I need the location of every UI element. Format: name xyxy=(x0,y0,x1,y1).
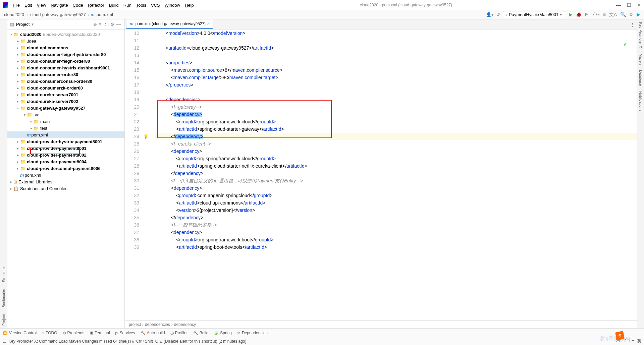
crumb[interactable]: dependency xyxy=(174,322,196,327)
crumb-file[interactable]: pom.xml xyxy=(95,12,114,17)
gutter: 10111213141516171819 2021222324252627282… xyxy=(125,30,143,320)
tool-key-promoter[interactable]: Key Promoter X xyxy=(639,22,643,48)
tree-item[interactable]: cloud-providerconsul-payment8006 xyxy=(27,166,101,171)
menu-file[interactable]: File xyxy=(11,1,22,9)
debug-icon[interactable]: 🐞 xyxy=(576,12,582,17)
tree-pom-selected[interactable]: mpom.xml xyxy=(7,131,124,138)
user-icon[interactable]: 👤▾ xyxy=(486,12,494,17)
sort-icon[interactable]: ≡ xyxy=(99,22,102,27)
menu-vcs[interactable]: VCS xyxy=(149,1,162,9)
menu-help[interactable]: Help xyxy=(183,1,196,9)
tree-item[interactable]: cloud-consumer-feign-order80 xyxy=(27,59,90,64)
menu-run[interactable]: Run xyxy=(121,1,133,9)
statusbar: ☐ Key Promoter X: Command Load Maven Cha… xyxy=(0,337,644,345)
menu-build[interactable]: Build xyxy=(107,1,121,9)
app-icon xyxy=(3,2,8,8)
tree-test[interactable]: test xyxy=(40,126,47,131)
menu-view[interactable]: View xyxy=(35,1,48,9)
crumb-root[interactable]: cloud2020 xyxy=(3,12,25,17)
translate-icon[interactable]: 文A xyxy=(609,12,617,17)
tree-item-gateway[interactable]: cloud-gateway-gateway9527 xyxy=(27,106,86,111)
gear-icon[interactable]: ⚙ xyxy=(110,22,114,27)
tool-project[interactable]: Project xyxy=(2,314,6,326)
editor-tabs[interactable]: m pom.xml (cloud-gateway-gateway9527) × … xyxy=(125,19,637,30)
chevron-down-icon[interactable]: ▾ xyxy=(32,22,34,27)
tree-item[interactable]: cloud-consumer-order80 xyxy=(27,72,78,77)
tool-database[interactable]: Database xyxy=(639,70,643,86)
code-lines[interactable]: <modelVersion>4.0.0</modelVersion> <arti… xyxy=(155,30,637,320)
tree-root-pom[interactable]: pom.xml xyxy=(25,173,41,178)
menu-window[interactable]: Window xyxy=(163,1,182,9)
settings-icon[interactable]: ⚙ xyxy=(629,12,633,17)
tool-deps[interactable]: ≋ Dependencies xyxy=(237,331,268,335)
tool-maven[interactable]: Maven xyxy=(639,54,643,65)
tree-item[interactable]: cloud-provider-hystrix-payment8001 xyxy=(27,139,102,144)
tree-external-libraries[interactable]: External Libraries xyxy=(18,179,52,184)
tree-scratches[interactable]: Scratches and Consoles xyxy=(20,186,67,191)
run-config-selector[interactable]: PaymentHystrixMain8001▾ xyxy=(503,11,565,18)
menu-code[interactable]: Code xyxy=(71,1,85,9)
menu-edit[interactable]: Edit xyxy=(22,1,34,9)
tab-pom[interactable]: m pom.xml (cloud-gateway-gateway9527) × xyxy=(126,19,213,29)
editor-breadcrumbs[interactable]: project› dependencies› dependency xyxy=(125,320,637,328)
status-sidebar-icon[interactable]: ☐ xyxy=(3,339,6,344)
menubar[interactable]: File Edit View Navigate Code Refactor Bu… xyxy=(11,1,196,9)
coverage-icon[interactable]: ⛨ xyxy=(585,12,589,17)
tree-item[interactable]: cloud-eureka-server7002 xyxy=(27,99,78,104)
tool-notifications[interactable]: Notifications xyxy=(639,91,643,111)
project-tree[interactable]: ▾📁cloud2020 E:\idea-workspace\cloud2020 … xyxy=(7,30,124,328)
tree-item[interactable]: cloud-provider-payment8004 xyxy=(27,159,87,164)
tab-label: pom.xml (cloud-gateway-gateway9527) xyxy=(136,21,206,26)
tree-item[interactable]: cloud-consumerzk-order80 xyxy=(27,85,83,91)
tab-menu-icon[interactable]: ⋮ xyxy=(628,20,637,29)
watermark: @清风微凉aaa xyxy=(599,336,631,342)
bottom-toolbar[interactable]: 🔀 Version Control ≡ TODO ⊘ Problems ▣ Te… xyxy=(0,328,644,337)
target-icon[interactable]: ⊕ xyxy=(93,22,97,27)
crumb[interactable]: dependencies xyxy=(145,322,170,327)
right-tool-strip[interactable]: Key Promoter X Maven Database Notificati… xyxy=(637,19,644,328)
tool-terminal[interactable]: ▣ Terminal xyxy=(90,331,110,335)
hide-icon[interactable]: — xyxy=(116,22,121,27)
minimize-icon[interactable]: — xyxy=(616,2,621,8)
tool-problems[interactable]: ⊘ Problems xyxy=(63,331,85,335)
tool-bookmarks[interactable]: Bookmarks xyxy=(2,289,6,307)
tree-item[interactable]: cloud-api-commons xyxy=(27,45,68,50)
tool-autobuild[interactable]: 🔨 Auto-build xyxy=(141,331,165,335)
arrow-icon[interactable]: ▶ xyxy=(637,12,640,17)
menu-refactor[interactable]: Refactor xyxy=(86,1,106,9)
tool-services[interactable]: ▷ Services xyxy=(115,331,135,335)
crumb[interactable]: project xyxy=(129,322,141,327)
tool-todo[interactable]: ≡ TODO xyxy=(42,331,57,335)
stop-icon[interactable]: ■ xyxy=(603,12,606,17)
tree-item[interactable]: cloud-eureka-server7001 xyxy=(27,92,78,97)
maven-icon: m xyxy=(130,21,133,26)
close-tab-icon[interactable]: × xyxy=(207,21,209,26)
tree-main[interactable]: main xyxy=(40,119,50,124)
close-icon[interactable]: ✕ xyxy=(637,2,641,8)
crumb-module[interactable]: cloud-gateway-gateway9527 xyxy=(29,12,87,17)
tree-src[interactable]: src xyxy=(34,112,39,117)
tree-item[interactable]: cloud-consumerconsul-order80 xyxy=(27,79,92,84)
code-area[interactable]: 10111213141516171819 2021222324252627282… xyxy=(125,30,637,320)
tree-item[interactable]: cloud-consumer-feign-hystrix-order80 xyxy=(27,52,106,57)
run-icon[interactable]: ▶ xyxy=(569,12,573,17)
tool-build[interactable]: 🔨 Build xyxy=(193,331,209,335)
status-lang[interactable]: 英 xyxy=(637,338,641,344)
tree-root[interactable]: cloud2020 xyxy=(20,32,42,37)
expand-icon[interactable]: ≑ xyxy=(104,22,107,27)
left-tool-strip[interactable]: Structure Bookmarks Project xyxy=(0,19,7,328)
tool-vcs[interactable]: 🔀 Version Control xyxy=(3,331,37,335)
tool-spring[interactable]: 🍃 Spring xyxy=(214,331,232,335)
menu-navigate[interactable]: Navigate xyxy=(49,1,70,9)
search-icon[interactable]: 🔍 xyxy=(620,12,626,17)
menu-tools[interactable]: Tools xyxy=(134,1,148,9)
tool-profiler[interactable]: ◷ Profiler xyxy=(170,331,188,335)
tree-item[interactable]: cloud-consumer-hystrix-dashboard9001 xyxy=(27,65,110,70)
gutter-marks[interactable] xyxy=(143,30,155,320)
tool-structure[interactable]: Structure xyxy=(2,267,6,282)
profile-icon[interactable]: ⏱▾ xyxy=(593,12,600,17)
tree-item[interactable]: .idea xyxy=(27,39,36,44)
maximize-icon[interactable]: ☐ xyxy=(627,2,631,8)
check-icon[interactable]: ✔ xyxy=(623,42,627,47)
build-hammer-icon[interactable]: ↺ xyxy=(496,12,500,17)
